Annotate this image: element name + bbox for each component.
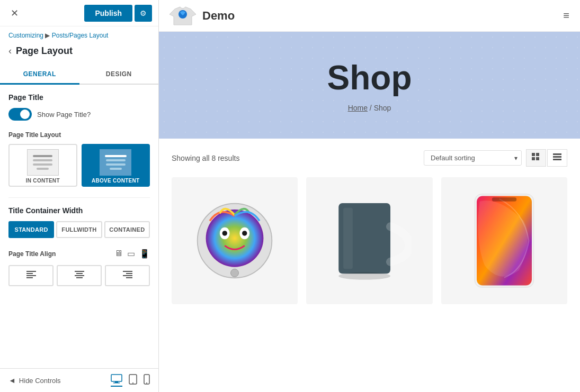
section-title: Page Layout [16, 45, 73, 57]
show-page-title-toggle[interactable] [8, 108, 32, 121]
section-header: ‹ Page Layout [0, 41, 158, 65]
brand-logo [169, 3, 196, 29]
svg-rect-0 [26, 271, 36, 272]
product-toolbar: Showing all 8 results Default sorting So… [172, 149, 567, 167]
align-row: Page Title Align 🖥 ▭ 📱 [8, 249, 150, 259]
align-btn-left[interactable] [8, 265, 53, 286]
svg-rect-7 [76, 277, 83, 278]
device-icon-desktop[interactable]: 🖥 [114, 249, 123, 259]
svg-rect-24 [553, 153, 561, 155]
results-text: Showing all 8 results [172, 154, 239, 162]
hero-section: Shop Home / Shop [159, 32, 580, 139]
publish-button[interactable]: Publish [84, 5, 132, 22]
svg-rect-6 [75, 275, 84, 276]
container-btn-contained[interactable]: CONTAINED [104, 221, 150, 238]
sort-group: Default sorting Sort by popularity Sort … [424, 149, 567, 167]
tablet-icon [129, 374, 137, 385]
back-button[interactable]: ‹ [4, 43, 16, 59]
title-container-width-heading: Title Container Width [8, 206, 150, 215]
layout-options: IN CONTENT ABOVE CONTENT [8, 144, 150, 187]
publish-group: Publish ⚙ [84, 5, 152, 22]
align-right-icon [123, 270, 132, 279]
breadcrumb-posts-pages[interactable]: Posts/Pages Layout [52, 32, 109, 39]
view-btn-list[interactable] [547, 149, 567, 167]
bottom-device-mobile[interactable] [144, 374, 150, 387]
tab-general[interactable]: GENERAL [0, 65, 79, 85]
svg-point-16 [132, 382, 133, 384]
product-card-3[interactable] [441, 177, 567, 304]
breadcrumb: Customizing ▶ Posts/Pages Layout [0, 26, 158, 41]
settings-button[interactable]: ⚙ [135, 5, 152, 22]
svg-rect-26 [553, 159, 561, 160]
brand: Demo [169, 3, 235, 29]
bottom-device-desktop[interactable] [111, 374, 122, 387]
hide-controls-arrow-icon: ◄ [8, 376, 16, 385]
product-3-image [470, 190, 539, 291]
layout-option-above-content[interactable]: ABOVE CONTENT [82, 144, 150, 187]
hero-breadcrumb-current: Shop [374, 104, 391, 112]
desktop-icon [111, 374, 122, 384]
left-panel: ✕ Publish ⚙ Customizing ▶ Posts/Pages La… [0, 0, 159, 392]
svg-rect-23 [536, 157, 539, 160]
divider [8, 197, 150, 198]
device-icons: 🖥 ▭ 📱 [114, 249, 150, 259]
bottom-bar: ◄ Hide Controls [0, 368, 158, 392]
svg-point-36 [339, 272, 391, 280]
svg-rect-5 [76, 273, 83, 274]
device-icon-mobile[interactable]: 📱 [139, 249, 150, 259]
container-btn-fullwidth[interactable]: FULLWIDTH [56, 221, 102, 238]
product-grid [172, 177, 567, 304]
svg-rect-21 [536, 153, 539, 156]
tab-design[interactable]: DESIGN [79, 65, 159, 85]
align-btn-center[interactable] [57, 265, 102, 286]
page-title-heading: Page Title [8, 93, 150, 102]
panel-content: Page Title Show Page Title? Page Title L… [0, 85, 158, 368]
hero-breadcrumb-home[interactable]: Home [348, 104, 368, 112]
svg-point-28 [206, 209, 264, 267]
container-options: STANDARD FULLWIDTH CONTAINED [8, 221, 150, 238]
list-view-icon [553, 153, 561, 161]
above-content-label: ABOVE CONTENT [85, 178, 147, 184]
svg-rect-22 [532, 157, 535, 160]
in-content-icon [27, 149, 59, 176]
product-1-image [195, 201, 274, 280]
svg-rect-11 [126, 277, 132, 278]
layout-option-in-content[interactable]: IN CONTENT [8, 144, 77, 187]
svg-point-31 [222, 231, 227, 235]
align-buttons [8, 265, 150, 286]
svg-rect-35 [344, 208, 353, 269]
toggle-row: Show Page Title? [8, 108, 150, 121]
close-button[interactable]: ✕ [6, 5, 23, 21]
svg-rect-1 [26, 273, 33, 274]
device-icon-tablet[interactable]: ▭ [127, 249, 135, 259]
svg-rect-12 [111, 375, 122, 381]
breadcrumb-customizing[interactable]: Customizing [8, 32, 43, 39]
svg-rect-14 [113, 382, 120, 384]
container-btn-standard[interactable]: STANDARD [8, 221, 54, 238]
svg-rect-20 [532, 153, 535, 156]
preview-header: Demo ≡ [159, 0, 580, 32]
view-btn-grid[interactable] [526, 149, 546, 167]
in-content-label: IN CONTENT [12, 178, 74, 184]
svg-rect-4 [75, 271, 84, 272]
bottom-device-tablet[interactable] [129, 374, 137, 387]
sort-select[interactable]: Default sorting Sort by popularity Sort … [424, 150, 522, 166]
view-buttons [526, 149, 567, 167]
svg-rect-3 [26, 277, 33, 278]
hide-controls-button[interactable]: ◄ Hide Controls [8, 376, 61, 385]
hide-controls-label: Hide Controls [19, 377, 61, 385]
top-bar: ✕ Publish ⚙ [0, 0, 158, 26]
hamburger-button[interactable]: ≡ [563, 10, 569, 22]
bottom-device-icons [111, 374, 150, 387]
align-label: Page Title Align [8, 250, 56, 258]
align-btn-right[interactable] [105, 265, 150, 286]
product-card-1[interactable] [172, 177, 298, 304]
align-left-icon [26, 270, 36, 279]
product-area: Showing all 8 results Default sorting So… [159, 139, 580, 392]
product-card-2[interactable] [306, 177, 432, 304]
svg-rect-8 [123, 271, 132, 272]
right-panel: Demo ≡ Shop Home / Shop Showing all 8 re… [159, 0, 580, 392]
toggle-label: Show Page Title? [37, 111, 91, 118]
sort-select-wrap: Default sorting Sort by popularity Sort … [424, 150, 522, 166]
svg-point-18 [146, 382, 147, 384]
